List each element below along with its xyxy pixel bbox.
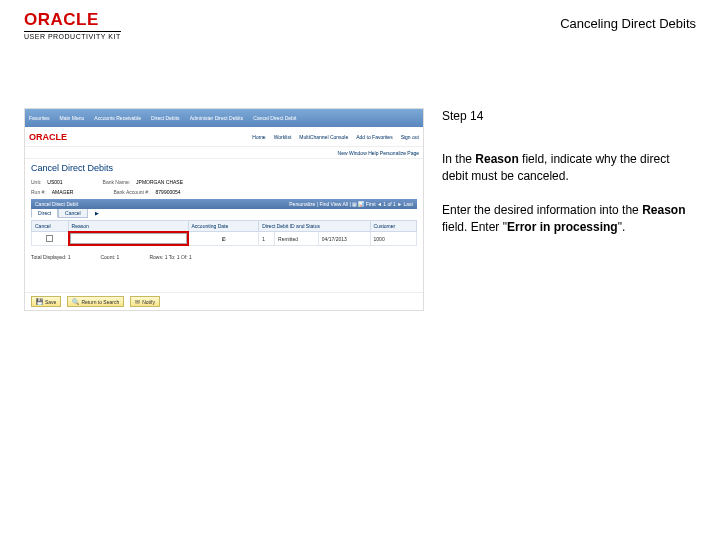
dd-date-value: 04/17/2013 (318, 232, 370, 246)
return-button[interactable]: 🔍Return to Search (67, 296, 124, 307)
subtab-direct[interactable]: Direct (31, 209, 58, 218)
oracle-logo: ORACLE (24, 10, 121, 30)
unit-value: US001 (47, 179, 62, 185)
grid-toolbar[interactable]: Personalize | Find View All | ▦ 📊 First … (289, 201, 413, 207)
run-value: AMAGER (52, 189, 74, 195)
breadcrumb-item[interactable]: Main Menu (60, 115, 85, 121)
ps-user-actions[interactable]: New Window Help Personalize Page (25, 147, 423, 159)
product-name: USER PRODUCTIVITY KIT (24, 31, 121, 40)
search-icon: 🔍 (72, 298, 79, 305)
cancel-checkbox[interactable] (46, 235, 53, 242)
bank-name-label: Bank Name: (103, 179, 131, 185)
reason-input[interactable] (70, 233, 187, 244)
ps-breadcrumb-bar: Favorites Main Menu Accounts Receivable … (25, 109, 423, 127)
col-acct-date[interactable]: Accounting Date (188, 221, 259, 232)
customer-value: 1000 (370, 232, 416, 246)
ps-nav-signout[interactable]: Sign out (401, 134, 419, 140)
rows-label: Rows: (149, 254, 163, 260)
brand-block: ORACLE USER PRODUCTIVITY KIT (24, 10, 121, 40)
subtab-cancel[interactable]: Cancel (58, 209, 88, 218)
ps-nav-home[interactable]: Home (252, 134, 265, 140)
page-title: Canceling Direct Debits (560, 10, 696, 31)
total-displayed-value: 1 (68, 254, 71, 260)
calendar-icon[interactable]: 🗓 (221, 236, 226, 242)
of-label: Of: (181, 254, 188, 260)
col-dd-id[interactable]: Direct Debit ID and Status (259, 221, 370, 232)
col-reason[interactable]: Reason (68, 221, 188, 232)
step-number: Step 14 (442, 108, 696, 125)
breadcrumb-item[interactable]: Administer Direct Debits (190, 115, 244, 121)
direct-debit-grid: Cancel Reason Accounting Date Direct Deb… (31, 220, 417, 246)
bank-acct-label: Bank Account #: (113, 189, 149, 195)
grid-section-title: Cancel Direct Debit (35, 201, 78, 207)
of-value: 1 (189, 254, 192, 260)
bank-acct-value: 879900054 (156, 189, 181, 195)
ps-nav-mcc[interactable]: MultiChannel Console (299, 134, 348, 140)
breadcrumb-item[interactable]: Cancel Direct Debit (253, 115, 296, 121)
run-label: Run #: (31, 189, 46, 195)
rows-to-label: To: (169, 254, 176, 260)
dd-id-value: 1 (259, 232, 275, 246)
unit-label: Unit: (31, 179, 41, 185)
breadcrumb-item[interactable]: Accounts Receivable (94, 115, 141, 121)
col-cancel[interactable]: Cancel (32, 221, 69, 232)
breadcrumb-item[interactable]: Favorites (29, 115, 50, 121)
bank-name-value: JPMORGAN CHASE (136, 179, 183, 185)
save-button[interactable]: 💾Save (31, 296, 61, 307)
expand-all-icon[interactable]: ▶ (92, 209, 102, 218)
save-icon: 💾 (36, 298, 43, 305)
ps-page-heading: Cancel Direct Debits (31, 163, 417, 173)
notify-icon: ✉ (135, 298, 140, 305)
instruction-line-2: Enter the desired information into the R… (442, 202, 696, 236)
table-row: 🗓 1 Remitted 04/17/2013 1000 (32, 232, 417, 246)
rows-to-value: 1 (177, 254, 180, 260)
screenshot-panel: Favorites Main Menu Accounts Receivable … (24, 108, 424, 311)
total-displayed-label: Total Displayed: (31, 254, 66, 260)
count-label: Count: (100, 254, 115, 260)
count-value: 1 (117, 254, 120, 260)
ps-nav-worklist[interactable]: Worklist (274, 134, 292, 140)
ps-nav-fav[interactable]: Add to Favorites (356, 134, 392, 140)
notify-button[interactable]: ✉Notify (130, 296, 160, 307)
breadcrumb-item[interactable]: Direct Debits (151, 115, 180, 121)
col-customer[interactable]: Customer (370, 221, 416, 232)
dd-status-value: Remitted (275, 232, 319, 246)
instruction-line-1: In the Reason field, indicate why the di… (442, 151, 696, 185)
rows-from: 1 (165, 254, 168, 260)
ps-oracle-logo: ORACLE (29, 132, 67, 142)
